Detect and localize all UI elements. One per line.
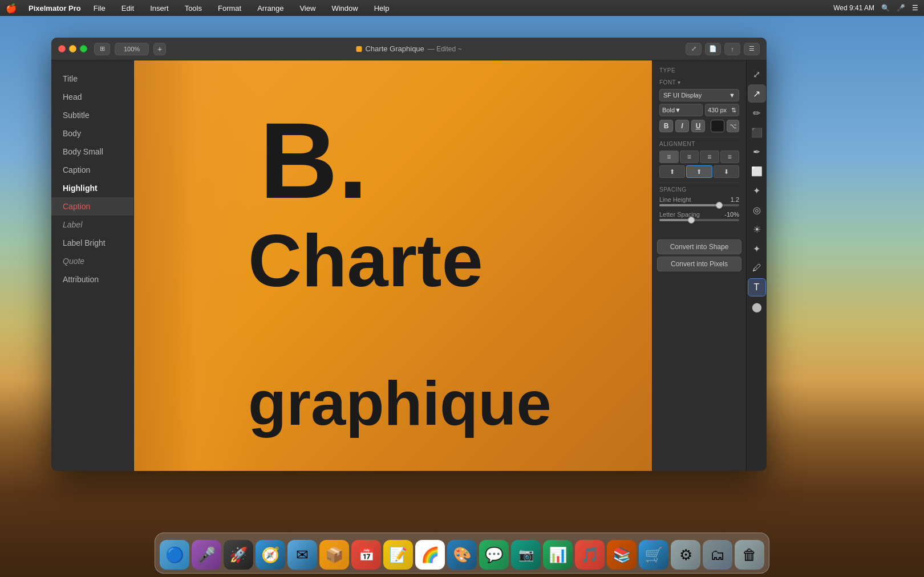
dock-launchpad[interactable]: 🚀 — [224, 540, 253, 570]
type-head[interactable]: Head — [51, 88, 133, 106]
pen-tool[interactable]: ✒ — [748, 143, 766, 161]
dock-music[interactable]: 🎵 — [575, 540, 605, 570]
align-center-button[interactable]: ≡ — [680, 151, 699, 163]
line-height-slider[interactable] — [659, 204, 739, 206]
valign-middle-button[interactable]: ⬆ — [686, 165, 712, 178]
menu-help[interactable]: Help — [371, 3, 393, 14]
dock-siri[interactable]: 🎤 — [192, 540, 221, 570]
dock-calendar[interactable]: 📅 — [351, 540, 381, 570]
dock-appstore[interactable]: 🛒 — [639, 540, 668, 570]
font-style-select[interactable]: Bold ▼ — [659, 104, 703, 116]
dock-deliveries[interactable]: 📦 — [319, 540, 349, 570]
add-layer-button[interactable]: + — [153, 43, 166, 55]
retouch-tool[interactable]: ✦ — [748, 239, 766, 258]
bold-button[interactable]: B — [659, 120, 673, 132]
type-highlight[interactable]: Highlight — [51, 179, 133, 197]
align-right-button[interactable]: ≡ — [700, 151, 719, 163]
type-section-header: TYPE — [653, 65, 746, 76]
document-title: Charte Graphique — [365, 44, 424, 53]
menu-insert[interactable]: Insert — [147, 3, 172, 14]
type-title[interactable]: Title — [51, 70, 133, 88]
dock-ibooks[interactable]: 📚 — [607, 540, 637, 570]
zoom-level[interactable]: 100% — [115, 43, 149, 55]
type-tool[interactable]: ✏ — [748, 104, 766, 122]
font-size-stepper: ⇅ — [731, 107, 736, 114]
convert-shape-button[interactable]: Convert into Shape — [657, 239, 741, 254]
dock-notes[interactable]: 📝 — [383, 540, 413, 570]
notifications-icon[interactable]: ☰ — [912, 4, 918, 12]
apple-icon[interactable]: 🍎 — [6, 3, 17, 14]
circle-mask[interactable]: ◎ — [748, 201, 766, 219]
text-color-swatch[interactable] — [711, 120, 724, 132]
dock-messages[interactable]: 💬 — [479, 540, 509, 570]
canvas[interactable]: B. Charte graphique — [134, 60, 652, 471]
line-height-thumb[interactable] — [716, 202, 723, 209]
type-quote[interactable]: Quote — [51, 252, 133, 270]
align-left-button[interactable]: ≡ — [659, 151, 679, 163]
dock-photos2[interactable]: 📷 — [511, 540, 541, 570]
menu-window[interactable]: Window — [328, 3, 361, 14]
dock-numbers[interactable]: 📊 — [543, 540, 573, 570]
font-family-select[interactable]: SF UI Display ▼ — [659, 89, 739, 101]
document-info-button[interactable]: 📄 — [705, 43, 721, 55]
dock-finder[interactable]: 🔵 — [160, 540, 189, 570]
rectangle-tool[interactable]: ⬜ — [748, 162, 766, 180]
type-attribution[interactable]: Attribution — [51, 270, 133, 288]
siri-icon[interactable]: 🎤 — [897, 4, 905, 12]
effect-tool[interactable]: ✦ — [748, 181, 766, 200]
titlebar-controls: ⊞ 100% + — [94, 43, 166, 55]
letter-spacing-thumb[interactable] — [688, 217, 695, 224]
type-label[interactable]: Label — [51, 216, 133, 234]
font-size-input[interactable]: 430 px ⇅ — [705, 104, 739, 116]
letter-spacing-fill — [659, 219, 691, 221]
menu-format[interactable]: Format — [214, 3, 245, 14]
dock-image-viewer[interactable]: 🗂 — [703, 540, 732, 570]
letter-spacing-slider[interactable] — [659, 219, 739, 221]
valign-top-button[interactable]: ⬆ — [659, 165, 685, 178]
gradient-tool[interactable]: ☀ — [748, 220, 766, 238]
dock-system-prefs[interactable]: ⚙ — [671, 540, 700, 570]
menu-file[interactable]: File — [90, 3, 109, 14]
type-caption-red[interactable]: Caption — [51, 197, 133, 216]
convert-section: Convert into Shape Convert into Pixels — [653, 226, 746, 271]
eyedropper-button[interactable]: ⌥ — [727, 120, 739, 132]
crop-tool-sidebar[interactable]: ⤢ — [748, 65, 766, 83]
select-tool[interactable]: ↗ — [748, 84, 766, 103]
fill-tool[interactable]: ⬤ — [748, 298, 766, 316]
type-subtitle[interactable]: Subtitle — [51, 106, 133, 124]
minimize-button[interactable] — [69, 45, 76, 52]
share-button[interactable]: ↑ — [724, 43, 740, 55]
close-button[interactable] — [58, 45, 66, 52]
type-caption[interactable]: Caption — [51, 161, 133, 179]
more-options-button[interactable]: ☰ — [744, 43, 760, 55]
properties-panel: TYPE Font ▾ SF UI Display ▼ Bold — [652, 60, 746, 471]
underline-button[interactable]: U — [691, 120, 705, 132]
menu-arrange[interactable]: Arrange — [254, 3, 287, 14]
italic-button[interactable]: I — [675, 120, 689, 132]
dock-safari[interactable]: 🧭 — [256, 540, 285, 570]
menu-view[interactable]: View — [296, 3, 319, 14]
search-icon[interactable]: 🔍 — [881, 4, 890, 12]
menu-tools[interactable]: Tools — [181, 3, 205, 14]
convert-pixels-button[interactable]: Convert into Pixels — [657, 257, 741, 271]
align-justify-button[interactable]: ≡ — [720, 151, 740, 163]
text-tool[interactable]: T — [748, 278, 766, 296]
view-toggle-button[interactable]: ⊞ — [94, 43, 110, 55]
maximize-button[interactable] — [80, 45, 87, 52]
paint-tool[interactable]: 🖊 — [748, 259, 766, 277]
alignment-section: Alignment ≡ ≡ ≡ ≡ ⬆ ⬆ ⬇ — [653, 141, 746, 178]
dock-trash[interactable]: 🗑 — [735, 540, 764, 570]
shape-tool[interactable]: ⬛ — [748, 123, 766, 141]
titlebar: ⊞ 100% + Charte Graphique — Edited ~ ⤢ 📄… — [51, 38, 767, 60]
letter-spacing-label: Letter Spacing — [659, 211, 700, 218]
dock-mail[interactable]: ✉ — [287, 540, 317, 570]
dock-pixelmator[interactable]: 🎨 — [447, 540, 477, 570]
type-body-small[interactable]: Body Small — [51, 143, 133, 161]
font-size-value: 430 px — [708, 107, 727, 113]
dock-photos[interactable]: 🌈 — [415, 540, 445, 570]
crop-tool-button[interactable]: ⤢ — [686, 43, 702, 55]
menu-edit[interactable]: Edit — [118, 3, 137, 14]
valign-bottom-button[interactable]: ⬇ — [714, 165, 739, 178]
type-label-bright[interactable]: Label Bright — [51, 234, 133, 252]
type-body[interactable]: Body — [51, 124, 133, 143]
